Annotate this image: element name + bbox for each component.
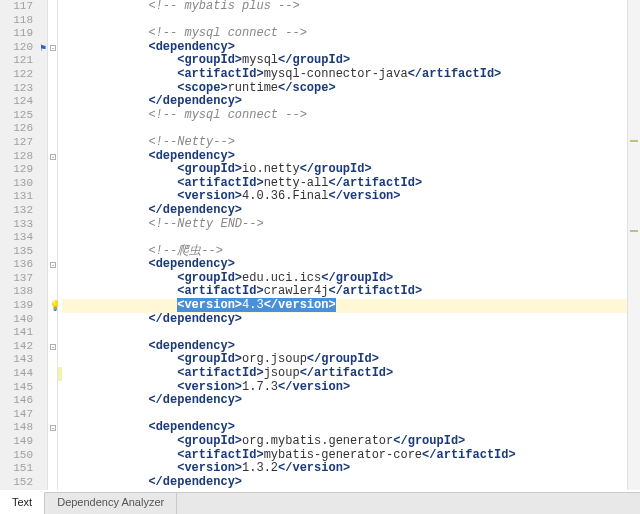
code-line[interactable]: <!--爬虫--> (62, 245, 640, 259)
line-number[interactable]: 143 (0, 353, 47, 367)
fold-gutter-line[interactable] (48, 122, 57, 136)
fold-gutter-line[interactable] (48, 109, 57, 123)
code-line[interactable]: <dependency> (62, 150, 640, 164)
line-number[interactable]: 134 (0, 231, 47, 245)
fold-gutter-line[interactable] (48, 27, 57, 41)
code-line[interactable]: <!-- mybatis plus --> (62, 0, 640, 14)
line-number[interactable]: 135 (0, 245, 47, 259)
fold-gutter-line[interactable] (48, 449, 57, 463)
code-line[interactable]: <!--Netty--> (62, 136, 640, 150)
line-number[interactable]: 118 (0, 14, 47, 28)
fold-gutter-line[interactable] (48, 367, 57, 381)
code-line[interactable]: </dependency> (62, 313, 640, 327)
line-number[interactable]: 130 (0, 177, 47, 191)
code-line[interactable]: </dependency> (62, 95, 640, 109)
line-number[interactable]: 128 (0, 150, 47, 164)
code-line[interactable] (62, 326, 640, 340)
code-line[interactable]: <groupId>mysql</groupId> (62, 54, 640, 68)
fold-toggle-icon[interactable]: - (50, 154, 56, 160)
fold-gutter-line[interactable] (48, 476, 57, 490)
bookmark-icon[interactable]: ⚑ (36, 42, 46, 52)
line-number[interactable]: 133 (0, 218, 47, 232)
fold-toggle-icon[interactable]: - (50, 344, 56, 350)
code-line[interactable]: <!-- mysql connect --> (62, 27, 640, 41)
code-area[interactable]: <!-- mybatis plus --> <!-- mysql connect… (58, 0, 640, 490)
line-number[interactable]: 144 (0, 367, 47, 381)
code-line[interactable]: <artifactId>crawler4j</artifactId> (62, 285, 640, 299)
line-number[interactable]: 142 (0, 340, 47, 354)
line-number[interactable]: 129 (0, 163, 47, 177)
line-number[interactable]: 120⚑ (0, 41, 47, 55)
fold-gutter-line[interactable] (48, 82, 57, 96)
fold-gutter-line[interactable] (48, 177, 57, 191)
fold-gutter-line[interactable]: - (48, 421, 57, 435)
code-line[interactable]: <scope>runtime</scope> (62, 82, 640, 96)
fold-gutter-line[interactable] (48, 394, 57, 408)
line-number[interactable]: 149 (0, 435, 47, 449)
code-line[interactable]: <artifactId>netty-all</artifactId> (62, 177, 640, 191)
code-line[interactable]: <artifactId>mybatis-generator-core</arti… (62, 449, 640, 463)
fold-gutter-line[interactable] (48, 54, 57, 68)
line-number[interactable]: 136 (0, 258, 47, 272)
fold-gutter-line[interactable] (48, 163, 57, 177)
code-line[interactable]: <!-- mysql connect --> (62, 109, 640, 123)
fold-gutter-line[interactable] (48, 353, 57, 367)
line-number[interactable]: 152 (0, 476, 47, 490)
code-line[interactable]: <version>1.3.2</version> (62, 462, 640, 476)
code-line[interactable]: <dependency> (62, 258, 640, 272)
fold-gutter-line[interactable] (48, 231, 57, 245)
code-line[interactable] (62, 408, 640, 422)
fold-toggle-icon[interactable]: - (50, 425, 56, 431)
fold-gutter-line[interactable]: - (48, 340, 57, 354)
line-number[interactable]: 122 (0, 68, 47, 82)
line-number[interactable]: 121 (0, 54, 47, 68)
line-number[interactable]: 119 (0, 27, 47, 41)
code-line[interactable]: <groupId>io.netty</groupId> (62, 163, 640, 177)
code-line[interactable]: </dependency> (62, 394, 640, 408)
line-number[interactable]: 126 (0, 122, 47, 136)
fold-gutter-line[interactable]: - (48, 41, 57, 55)
fold-gutter-line[interactable] (48, 313, 57, 327)
fold-gutter-line[interactable]: - (48, 258, 57, 272)
fold-gutter-line[interactable] (48, 435, 57, 449)
fold-toggle-icon[interactable]: - (50, 45, 56, 51)
line-number[interactable]: 138 (0, 285, 47, 299)
line-number[interactable]: 139💡 (0, 299, 47, 313)
fold-gutter-line[interactable] (48, 408, 57, 422)
line-number-gutter[interactable]: 117118119120⚑121122123124125126127128129… (0, 0, 48, 490)
fold-gutter-line[interactable] (48, 0, 57, 14)
fold-gutter-line[interactable] (48, 299, 57, 313)
code-line[interactable]: <dependency> (62, 340, 640, 354)
code-line[interactable]: <dependency> (62, 421, 640, 435)
fold-gutter-line[interactable] (48, 462, 57, 476)
line-number[interactable]: 141 (0, 326, 47, 340)
code-editor[interactable]: 117118119120⚑121122123124125126127128129… (0, 0, 640, 490)
line-number[interactable]: 131 (0, 190, 47, 204)
code-line[interactable]: <version>4.0.36.Final</version> (62, 190, 640, 204)
line-number[interactable]: 127 (0, 136, 47, 150)
fold-gutter-line[interactable] (48, 136, 57, 150)
tab-dependency-analyzer[interactable]: Dependency Analyzer (45, 493, 177, 514)
line-number[interactable]: 148 (0, 421, 47, 435)
line-number[interactable]: 132 (0, 204, 47, 218)
code-line[interactable]: <groupId>org.jsoup</groupId> (62, 353, 640, 367)
line-number[interactable]: 147 (0, 408, 47, 422)
fold-gutter-line[interactable] (48, 14, 57, 28)
line-number[interactable]: 145 (0, 381, 47, 395)
line-number[interactable]: 117 (0, 0, 47, 14)
code-line[interactable]: <artifactId>mysql-connector-java</artifa… (62, 68, 640, 82)
code-line[interactable]: <dependency> (62, 41, 640, 55)
code-line[interactable]: <version>1.7.3</version> (62, 381, 640, 395)
fold-column[interactable]: ----- (48, 0, 58, 490)
fold-toggle-icon[interactable]: - (50, 262, 56, 268)
fold-gutter-line[interactable]: - (48, 150, 57, 164)
line-number[interactable]: 146 (0, 394, 47, 408)
line-number[interactable]: 123 (0, 82, 47, 96)
fold-gutter-line[interactable] (48, 245, 57, 259)
line-number[interactable]: 151 (0, 462, 47, 476)
code-line[interactable]: <artifactId>jsoup</artifactId> (62, 367, 640, 381)
vertical-scrollbar[interactable] (627, 0, 640, 490)
code-line[interactable]: </dependency> (62, 204, 640, 218)
code-line[interactable]: </dependency> (62, 476, 640, 490)
line-number[interactable]: 137 (0, 272, 47, 286)
